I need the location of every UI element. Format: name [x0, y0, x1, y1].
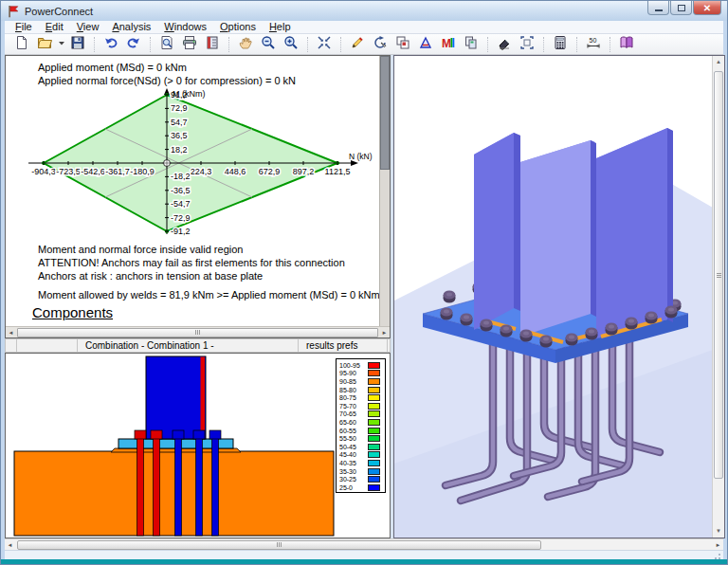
new-document-button[interactable]: [10, 35, 33, 54]
zoom-extents-button[interactable]: [313, 35, 336, 54]
scroll-right-arrow-icon[interactable]: ►: [379, 327, 390, 338]
scroll-left-arrow-icon[interactable]: ◄: [6, 327, 16, 338]
pan-hand-button[interactable]: [234, 35, 257, 54]
combination-label[interactable]: Combination - Combination 1 -: [78, 339, 299, 352]
menu-bar: FileEditViewAnalysisWindowsOptionsHelp: [5, 21, 723, 34]
legend-swatch: [368, 484, 380, 491]
legend-label: 30-25: [339, 476, 366, 483]
concrete-block: [14, 451, 334, 536]
legend-swatch: [368, 444, 380, 450]
menu-item-windows[interactable]: Windows: [157, 21, 213, 33]
view3d-vscroll-thumb[interactable]: [714, 71, 723, 479]
legend-swatch: [368, 410, 380, 417]
legend-label: 55-50: [339, 435, 366, 442]
anchor-rod-2d: [212, 433, 219, 536]
undo-button[interactable]: [100, 35, 122, 54]
calculator-icon: [553, 35, 568, 54]
scroll-right-arrow-icon[interactable]: ►: [713, 539, 723, 551]
title-bar[interactable]: PowerConnect ✕: [1, 1, 727, 21]
new-document-icon: [14, 35, 29, 54]
legend-label: 50-45: [339, 444, 366, 450]
results-hscroll-thumb[interactable]: [17, 328, 378, 337]
print-button[interactable]: [178, 35, 201, 54]
help-book-button[interactable]: [615, 35, 638, 54]
column-3d: [474, 128, 673, 338]
eraser-button[interactable]: [493, 35, 516, 54]
results-horizontal-scrollbar[interactable]: ◄ ►: [6, 326, 390, 337]
dimension-icon: 50: [586, 35, 601, 54]
legend-row: 95-90: [339, 370, 383, 378]
y-tick-label: -91,2: [171, 227, 191, 236]
x-tick-label: -180,9: [130, 167, 155, 176]
copy-image-button[interactable]: [391, 35, 414, 54]
legend-swatch: [368, 476, 380, 483]
open-dropdown-button[interactable]: [56, 35, 66, 54]
menu-item-help[interactable]: Help: [263, 21, 298, 33]
result-messages: Moment and normal force inside valid reg…: [6, 243, 379, 282]
applied-line: Applied normal force(NSd) (> 0 for compr…: [6, 74, 379, 87]
eraser-icon: [497, 35, 512, 54]
scroll-grip-icon: [277, 542, 278, 547]
x-tick-label: -904,3: [31, 167, 56, 176]
menu-item-view[interactable]: View: [70, 21, 106, 33]
zoom-out-button[interactable]: [257, 35, 280, 54]
resize-grip[interactable]: [712, 552, 720, 559]
window-bottom-edge: [1, 559, 727, 564]
fit-frame-icon: [519, 35, 535, 54]
report-button[interactable]: [201, 35, 224, 54]
close-button[interactable]: ✕: [693, 1, 721, 15]
fit-frame-button[interactable]: [516, 35, 538, 54]
redo-icon: [126, 35, 141, 54]
legend-swatch: [368, 428, 380, 434]
x-axis-title: N (kN): [349, 152, 373, 161]
help-book-icon: [619, 35, 634, 54]
window-hscroll-thumb[interactable]: [17, 540, 541, 550]
legend-swatch: [368, 460, 380, 466]
menu-item-analysis[interactable]: Analysis: [105, 21, 157, 33]
delta-chart-button[interactable]: [414, 35, 437, 54]
open-folder-button[interactable]: [33, 35, 56, 54]
connection-3d-view[interactable]: [394, 56, 713, 538]
menu-item-file[interactable]: File: [9, 21, 39, 33]
components-heading[interactable]: Components: [6, 304, 379, 320]
delta-chart-icon: [418, 35, 433, 54]
results-vertical-scrollbar[interactable]: [379, 56, 390, 326]
menu-item-options[interactable]: Options: [213, 21, 263, 33]
maximize-button[interactable]: [670, 1, 692, 15]
legend-label: 75-70: [339, 403, 366, 410]
anchor-head-2d: [193, 430, 205, 439]
window-horizontal-scrollbar[interactable]: ◄ ►: [5, 538, 723, 550]
scroll-down-arrow-icon[interactable]: ▼: [713, 525, 724, 538]
view3d-vertical-scrollbar[interactable]: ▲ ▼: [712, 56, 724, 538]
dimension-button[interactable]: 50: [582, 35, 605, 54]
zoom-in-button[interactable]: [280, 35, 302, 54]
results-vscroll-thumb[interactable]: [380, 56, 390, 170]
copy-document-button[interactable]: [460, 35, 482, 54]
result-message: Anchors at risk : anchors in tension at …: [6, 269, 379, 282]
minimize-button[interactable]: [647, 1, 669, 15]
print-preview-button[interactable]: [155, 35, 178, 54]
scroll-left-arrow-icon[interactable]: ◄: [5, 539, 15, 551]
legend-label: 45-40: [339, 451, 366, 458]
legend-label: 100-95: [339, 362, 366, 369]
legend-row: 65-60: [339, 418, 383, 427]
edit-pencil-button[interactable]: [346, 35, 369, 54]
y-tick-label: -18,2: [171, 172, 191, 181]
legend-row: 90-85: [339, 377, 383, 386]
legend-label: 80-75: [339, 394, 366, 401]
redo-button[interactable]: [122, 35, 145, 54]
scroll-up-arrow-icon[interactable]: ▲: [713, 56, 724, 68]
save-button[interactable]: [66, 35, 89, 54]
y-tick-label: 18,2: [171, 145, 188, 155]
calculator-button[interactable]: [549, 35, 572, 54]
anchor-rod-2d: [196, 433, 203, 536]
stress-legend: 100-9595-9090-8585-8080-7575-7070-6565-6…: [336, 358, 386, 493]
section-view-panel: 100-9595-9090-8585-8080-7575-7070-6565-6…: [5, 353, 391, 538]
moment-colors-button[interactable]: M: [437, 35, 460, 54]
results-prefs-label[interactable]: results prefs: [299, 339, 388, 352]
edit-pencil-icon: [350, 35, 365, 54]
menu-item-edit[interactable]: Edit: [39, 21, 70, 33]
rotate-view-button[interactable]: [369, 35, 391, 54]
y-tick-label: 36,5: [171, 131, 188, 140]
legend-swatch: [368, 403, 380, 410]
